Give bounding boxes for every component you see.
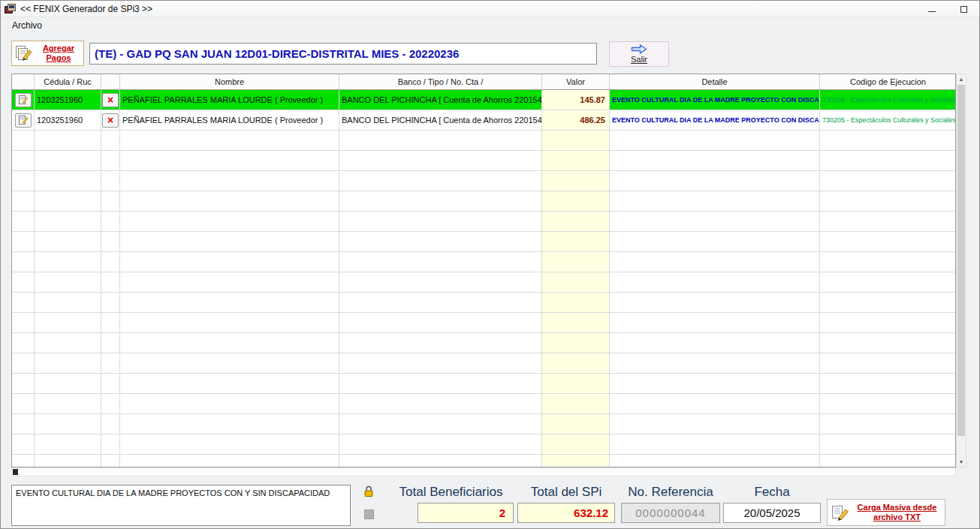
cell-codigo <box>820 455 956 467</box>
table-row[interactable]: × <box>12 252 955 272</box>
delete-row-button[interactable]: × <box>102 93 119 107</box>
table-row[interactable]: × <box>12 151 955 171</box>
horizontal-scrollbar-thumb[interactable] <box>13 469 18 475</box>
cell-edit <box>12 232 35 252</box>
grid-body: 1203251960 × PEÑAFIEL PARRALES MARIA LOU… <box>12 90 955 467</box>
vertical-scrollbar[interactable]: ▲ ▼ <box>956 74 966 467</box>
scroll-down-button[interactable]: ▼ <box>957 457 966 467</box>
salir-button[interactable]: Salir <box>609 41 669 67</box>
cell-cedula <box>35 171 101 191</box>
cell-nombre <box>120 131 339 151</box>
cell-banco <box>339 455 542 467</box>
table-row[interactable]: × <box>12 394 955 414</box>
cell-nombre: PEÑAFIEL PARRALES MARIA LOURDE ( Proveed… <box>120 110 339 131</box>
cell-delete: × <box>101 434 120 455</box>
table-row[interactable]: × <box>12 455 955 467</box>
table-row[interactable]: × <box>12 313 955 333</box>
scroll-up-button[interactable]: ▲ <box>957 74 966 84</box>
cell-edit <box>12 434 35 455</box>
horizontal-scrollbar[interactable] <box>11 467 956 476</box>
cell-banco <box>339 272 542 293</box>
gray-indicator-square[interactable] <box>364 509 374 519</box>
fecha-label: Fecha <box>723 485 821 500</box>
cell-edit <box>12 313 35 333</box>
table-row[interactable]: × <box>12 171 955 191</box>
cell-delete: × <box>101 333 120 353</box>
menu-item-archivo[interactable]: Archivo <box>8 19 47 32</box>
cell-banco <box>339 353 542 374</box>
table-row[interactable]: × <box>12 272 955 293</box>
carga-masiva-label: Carga Masiva desde archivo TXT <box>852 503 942 521</box>
cell-nombre <box>120 394 339 414</box>
header-field-input[interactable] <box>89 43 597 65</box>
edit-row-button[interactable] <box>15 93 32 107</box>
cell-cedula <box>35 232 101 252</box>
cell-codigo <box>820 394 956 414</box>
window-title: << FENIX Generador de SPi3 >> <box>20 4 152 14</box>
cell-codigo <box>820 212 956 232</box>
fecha-input[interactable] <box>723 503 821 523</box>
table-row[interactable]: × <box>12 414 955 434</box>
cell-edit <box>12 252 35 272</box>
cell-codigo <box>820 171 956 191</box>
cell-edit <box>12 293 35 313</box>
table-row[interactable]: × <box>12 191 955 212</box>
cell-delete: × <box>101 293 120 313</box>
column-header-detalle: Detalle <box>610 74 820 89</box>
maximize-button[interactable] <box>948 1 979 17</box>
table-row[interactable]: × <box>12 333 955 353</box>
cell-delete: × <box>101 232 120 252</box>
cell-delete: × <box>101 353 120 374</box>
cell-nombre <box>120 293 339 313</box>
table-row[interactable]: × <box>12 232 955 252</box>
cell-edit <box>12 333 35 353</box>
table-row[interactable]: × <box>12 212 955 232</box>
cell-codigo <box>820 434 956 455</box>
cell-cedula <box>35 394 101 414</box>
table-row[interactable]: × <box>12 374 955 394</box>
cell-delete: × <box>101 272 120 293</box>
cell-detalle <box>610 151 820 171</box>
cell-edit <box>12 374 35 394</box>
agregar-pagos-button[interactable]: Agregar Pagos <box>11 41 84 66</box>
cell-detalle <box>610 455 820 467</box>
cell-delete: × <box>101 191 120 212</box>
cell-banco <box>339 374 542 394</box>
column-header-blank1 <box>12 74 35 89</box>
cell-codigo <box>820 252 956 272</box>
total-beneficiarios-value: 2 <box>418 503 514 523</box>
cell-nombre <box>120 252 339 272</box>
cell-nombre <box>120 151 339 171</box>
cell-banco: BANCO DEL PICHINCHA [ Cuenta de Ahorros … <box>339 90 542 110</box>
cell-codigo <box>820 353 956 374</box>
table-row[interactable]: 1203251960 × PEÑAFIEL PARRALES MARIA LOU… <box>12 110 955 131</box>
minimize-button[interactable] <box>916 1 948 17</box>
cell-edit <box>12 455 35 467</box>
cell-detalle <box>610 353 820 374</box>
no-referencia-label: No. Referencia <box>618 485 723 500</box>
edit-sheet-icon <box>18 115 29 125</box>
detalle-textarea[interactable]: EVENTO CULTURAL DIA DE LA MADRE PROYECTO… <box>11 485 351 526</box>
edit-row-button[interactable] <box>15 113 32 128</box>
cell-codigo <box>820 272 956 293</box>
column-header-cedula: Cédula / Ruc <box>35 74 101 89</box>
cell-banco <box>339 232 542 252</box>
carga-masiva-button[interactable]: Carga Masiva desde archivo TXT <box>827 499 945 526</box>
table-row[interactable]: × <box>12 293 955 313</box>
cell-banco <box>339 252 542 272</box>
cell-valor <box>542 293 610 313</box>
cell-valor: 145.87 <box>542 90 610 110</box>
cell-banco <box>339 414 542 434</box>
agregar-pagos-label: Agregar Pagos <box>36 44 81 62</box>
cell-edit <box>12 272 35 293</box>
cell-valor <box>542 272 610 293</box>
table-row[interactable]: × <box>12 131 955 151</box>
table-row[interactable]: 1203251960 × PEÑAFIEL PARRALES MARIA LOU… <box>12 90 955 110</box>
table-row[interactable]: × <box>12 434 955 455</box>
vertical-scrollbar-thumb[interactable] <box>957 85 965 436</box>
cell-detalle <box>610 394 820 414</box>
writing-hand-icon <box>831 503 850 522</box>
table-row[interactable]: × <box>12 353 955 374</box>
column-header-valor: Valor <box>542 74 610 89</box>
delete-row-button[interactable]: × <box>102 113 119 128</box>
